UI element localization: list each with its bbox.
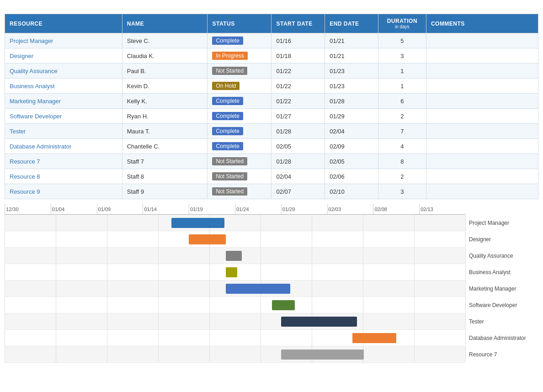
cell-start: 01/22	[272, 94, 325, 109]
gantt-grid-line	[465, 330, 466, 346]
status-badge: Not Started	[212, 157, 247, 165]
gantt-grid-line	[5, 248, 5, 264]
gantt-grid-line	[107, 231, 107, 247]
gantt-grid-line	[363, 297, 363, 313]
table-row: Project Manager Steve C. Complete 01/16 …	[5, 33, 538, 48]
table-row: Business Analyst Kevin D. On Hold 01/22 …	[5, 79, 538, 94]
gantt-grid-line	[261, 264, 261, 280]
gantt-grid-line	[209, 330, 210, 346]
col-end: END DATE	[325, 14, 378, 33]
cell-name: Staff 9	[122, 184, 208, 199]
gantt-grid-line	[5, 215, 5, 231]
gantt-row-label: Quality Assurance	[465, 248, 538, 264]
gantt-grid-line	[209, 313, 210, 329]
gantt-grid-line	[414, 313, 415, 329]
cell-start: 01/16	[272, 33, 325, 48]
gantt-date-tick: 01/14	[143, 204, 189, 214]
gantt-bar	[226, 284, 290, 294]
gantt-row-label: Designer	[465, 231, 538, 248]
gantt-grid-line	[107, 297, 107, 313]
gantt-grid-line	[363, 313, 363, 329]
table-row: Tester Maura T. Complete 01/28 02/04 7	[5, 124, 538, 139]
cell-comments	[426, 139, 538, 154]
gantt-grid-line	[107, 215, 107, 231]
cell-resource: Database Administrator	[5, 139, 122, 154]
status-badge: Complete	[212, 97, 243, 105]
gantt-row-label: Business Analyst	[465, 264, 538, 281]
gantt-grid-line	[209, 297, 210, 313]
gantt-grid-line	[56, 330, 56, 346]
cell-status: In Progress	[208, 48, 272, 64]
status-badge: Complete	[212, 142, 243, 150]
gantt-grid-line	[56, 297, 56, 313]
cell-duration: 2	[378, 109, 426, 124]
gantt-grid-line	[312, 281, 312, 297]
gantt-label-spacer	[465, 204, 538, 215]
cell-duration: 5	[378, 33, 426, 48]
gantt-bar	[352, 333, 396, 343]
cell-start: 01/18	[272, 48, 325, 64]
gantt-date-tick: 01/09	[97, 204, 143, 214]
gantt-row	[5, 330, 465, 346]
gantt-grid-line	[158, 215, 159, 231]
cell-status: Not Started	[208, 169, 272, 184]
cell-start: 02/07	[272, 184, 325, 199]
cell-resource: Resource 8	[5, 169, 122, 184]
gantt-date-tick: 02/03	[327, 204, 373, 214]
gantt-grid-line	[414, 297, 415, 313]
gantt-grid-line	[107, 281, 107, 297]
col-duration: DURATIONin days	[378, 14, 426, 33]
cell-name: Paul B.	[122, 64, 208, 79]
cell-status: On Hold	[208, 79, 272, 94]
gantt-grid-line	[363, 264, 363, 280]
gantt-grid-line	[363, 248, 363, 264]
gantt-date-tick: 02/08	[373, 204, 419, 214]
gantt-grid-line	[107, 313, 107, 329]
cell-end: 02/05	[325, 154, 378, 169]
gantt-grid-line	[158, 264, 159, 280]
status-badge: On Hold	[212, 82, 240, 90]
cell-resource: Business Analyst	[5, 79, 122, 94]
status-badge: Complete	[212, 127, 243, 135]
cell-end: 01/21	[325, 33, 378, 48]
cell-name: Kevin D.	[122, 79, 208, 94]
gantt-grid-line	[465, 281, 466, 297]
cell-start: 01/27	[272, 109, 325, 124]
gantt-row-label: Marketing Manager	[465, 281, 538, 297]
gantt-grid-line	[363, 281, 363, 297]
gantt-row-label: Project Manager	[465, 215, 538, 231]
gantt-grid-line	[414, 330, 415, 346]
gantt-grid-line	[465, 231, 466, 247]
gantt-grid-line	[363, 215, 363, 231]
gantt-row-label: Database Administrator	[465, 330, 538, 346]
gantt-grid-line	[465, 264, 466, 280]
gantt-date-tick: 02/13	[419, 204, 465, 214]
gantt-grid-line	[107, 346, 107, 362]
gantt-row	[5, 215, 465, 231]
table-row: Resource 9 Staff 9 Not Started 02/07 02/…	[5, 184, 538, 199]
gantt-row	[5, 264, 465, 281]
resource-table: RESOURCE NAME STATUS START DATE END DATE…	[5, 14, 538, 199]
gantt-grid-line	[107, 248, 107, 264]
gantt-grid-line	[5, 231, 5, 247]
cell-comments	[426, 154, 538, 169]
status-badge: Complete	[212, 37, 243, 45]
cell-start: 01/28	[272, 124, 325, 139]
gantt-row	[5, 297, 465, 313]
gantt-row	[5, 281, 465, 297]
gantt-grid-line	[56, 215, 56, 231]
cell-status: Not Started	[208, 64, 272, 79]
cell-end: 02/06	[325, 169, 378, 184]
cell-comments	[426, 94, 538, 109]
cell-comments	[426, 64, 538, 79]
gantt-grid-line	[5, 281, 5, 297]
gantt-grid-line	[261, 330, 261, 346]
gantt-grid-line	[158, 313, 159, 329]
gantt-grid-line	[5, 330, 5, 346]
gantt-grid-line	[107, 264, 107, 280]
cell-duration: 7	[378, 124, 426, 139]
cell-duration: 2	[378, 169, 426, 184]
table-row: Resource 7 Staff 7 Not Started 01/28 02/…	[5, 154, 538, 169]
cell-start: 01/22	[272, 79, 325, 94]
cell-name: Chantelle C.	[122, 139, 208, 154]
